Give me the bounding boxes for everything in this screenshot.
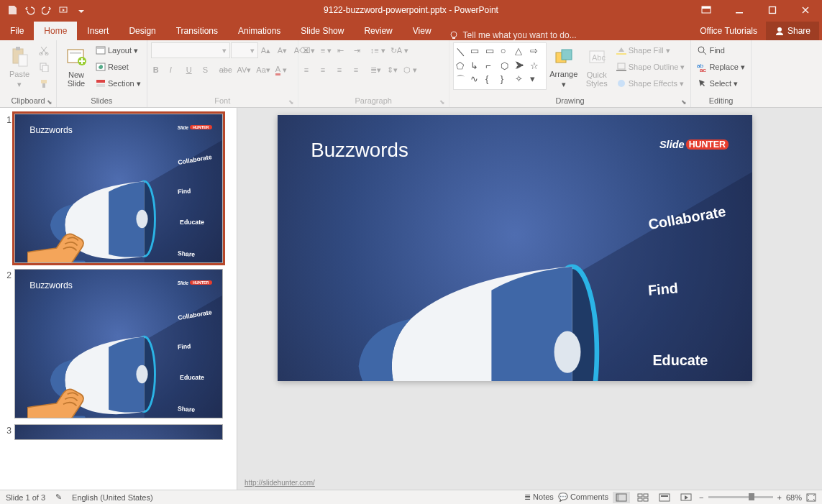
numbering-button[interactable]: ≡▾ xyxy=(319,42,334,58)
customize-qat-icon[interactable] xyxy=(73,2,89,18)
zoom-in-button[interactable]: + xyxy=(777,493,782,502)
ribbon-display-icon[interactable] xyxy=(690,0,723,20)
shadow-button[interactable]: S xyxy=(201,62,216,78)
slide-thumbnail-1[interactable]: BuzzwordsSlideHUNTERCollaborateFindEduca… xyxy=(14,114,223,263)
tab-home[interactable]: Home xyxy=(34,22,77,40)
slide-thumbnail-panel[interactable]: 1 BuzzwordsSlideHUNTERCollaborateFindEdu… xyxy=(0,108,237,490)
quick-styles-button[interactable]: Abc Quick Styles xyxy=(581,42,613,91)
align-center-button[interactable]: ≡ xyxy=(319,62,334,78)
shape-rect-icon[interactable]: ▭ xyxy=(470,45,484,59)
notes-button[interactable]: ≣ Notes xyxy=(524,492,554,502)
slide-sorter-button[interactable] xyxy=(634,492,652,503)
clipboard-launcher-icon[interactable]: ⬊ xyxy=(47,98,52,106)
copy-button[interactable] xyxy=(37,59,52,75)
shape-more-icon[interactable]: ▾ xyxy=(530,73,544,87)
replace-button[interactable]: abacReplace ▾ xyxy=(695,59,746,75)
shape-line-icon[interactable]: ＼ xyxy=(456,45,470,59)
slideshow-view-button[interactable] xyxy=(677,492,695,503)
tab-design[interactable]: Design xyxy=(119,22,165,40)
justify-button[interactable]: ≡ xyxy=(352,62,367,78)
shape-pentagon-icon[interactable]: ⬠ xyxy=(456,60,470,72)
align-text-button[interactable]: ⇕▾ xyxy=(385,62,401,78)
decrease-font-button[interactable]: A▾ xyxy=(275,42,291,58)
slide-thumbnail-3[interactable] xyxy=(14,424,223,440)
bold-button[interactable]: B xyxy=(151,62,167,78)
format-painter-button[interactable] xyxy=(37,75,52,91)
shape-rbrace-icon[interactable]: } xyxy=(501,73,514,87)
font-launcher-icon[interactable]: ⬊ xyxy=(288,98,294,106)
close-icon[interactable] xyxy=(789,0,822,20)
shapes-gallery[interactable]: ＼▭▭○△⇨ ⬠↳⌐⬡⮞☆ ⌒∿{}✧▾ xyxy=(453,42,547,90)
slide-thumbnail-2[interactable]: BuzzwordsSlideHUNTERCollaborateFindEduca… xyxy=(14,269,223,418)
arrange-button[interactable]: Arrange▾ xyxy=(548,42,580,91)
paragraph-launcher-icon[interactable]: ⬊ xyxy=(439,98,445,106)
font-size-combo[interactable]: ▾ xyxy=(231,42,258,58)
shape-hex-icon[interactable]: ⬡ xyxy=(501,60,514,72)
shape-arrow-icon[interactable]: ⇨ xyxy=(530,45,544,59)
reading-view-button[interactable] xyxy=(656,492,673,503)
slide-canvas[interactable]: BuzzwordsSlideHUNTERCollaborateFindEduca… xyxy=(278,115,752,381)
fit-to-window-button[interactable] xyxy=(806,493,816,502)
slide-editor-area[interactable]: BuzzwordsSlideHUNTERCollaborateFindEduca… xyxy=(237,108,822,490)
tell-me-search[interactable]: Tell me what you want to do... xyxy=(442,30,584,40)
italic-button[interactable]: I xyxy=(168,62,183,78)
shape-outline-button[interactable]: Shape Outline ▾ xyxy=(614,59,688,75)
text-direction-button[interactable]: ↻A▾ xyxy=(388,42,411,58)
tab-transitions[interactable]: Transitions xyxy=(166,22,228,40)
strikethrough-button[interactable]: abc xyxy=(217,62,234,78)
shape-rect2-icon[interactable]: ▭ xyxy=(485,45,499,59)
new-slide-button[interactable]: New Slide xyxy=(60,42,92,91)
shape-scribble-icon[interactable]: ∿ xyxy=(470,73,484,87)
tab-file[interactable]: File xyxy=(0,22,34,40)
shape-oval-icon[interactable]: ○ xyxy=(501,45,514,59)
zoom-slider[interactable] xyxy=(708,496,773,498)
office-tutorials-link[interactable]: Office Tutorials xyxy=(691,22,766,40)
shape-chevron-icon[interactable]: ⮞ xyxy=(515,60,529,72)
underline-button[interactable]: U xyxy=(184,62,200,78)
shape-brace-icon[interactable]: ⌐ xyxy=(485,60,499,72)
spellcheck-icon[interactable]: ✎ xyxy=(55,492,62,502)
cut-button[interactable] xyxy=(37,42,52,58)
shape-effects-button[interactable]: Shape Effects ▾ xyxy=(614,75,688,91)
drawing-launcher-icon[interactable]: ⬊ xyxy=(681,98,687,106)
section-button[interactable]: Section ▾ xyxy=(93,75,143,91)
undo-icon[interactable] xyxy=(22,2,37,18)
increase-indent-button[interactable]: ⇥ xyxy=(352,42,367,58)
shape-fill-button[interactable]: Shape Fill ▾ xyxy=(614,42,688,58)
shape-triangle-icon[interactable]: △ xyxy=(515,45,529,59)
shape-lbrace-icon[interactable]: { xyxy=(485,73,499,87)
char-spacing-button[interactable]: AV▾ xyxy=(234,62,253,78)
redo-icon[interactable] xyxy=(39,2,55,18)
comments-button[interactable]: 💬 Comments xyxy=(558,492,608,502)
tab-slideshow[interactable]: Slide Show xyxy=(291,22,354,40)
minimize-icon[interactable] xyxy=(723,0,756,20)
increase-font-button[interactable]: A▴ xyxy=(259,42,275,58)
paste-button[interactable]: Paste ▾ xyxy=(4,42,35,91)
columns-button[interactable]: ≣▾ xyxy=(368,62,384,78)
decrease-indent-button[interactable]: ⇤ xyxy=(335,42,351,58)
share-button[interactable]: Share xyxy=(766,22,819,40)
tab-animations[interactable]: Animations xyxy=(228,22,291,40)
smartart-button[interactable]: ⬡▾ xyxy=(401,62,419,78)
tab-review[interactable]: Review xyxy=(354,22,402,40)
zoom-out-button[interactable]: − xyxy=(699,493,703,502)
change-case-button[interactable]: Aa▾ xyxy=(254,62,272,78)
shape-curve-icon[interactable]: ⌒ xyxy=(456,73,470,87)
font-color-button[interactable]: A▾ xyxy=(273,62,289,78)
shape-star-icon[interactable]: ☆ xyxy=(530,60,544,72)
bullets-button[interactable]: ≡▾ xyxy=(302,42,318,58)
normal-view-button[interactable] xyxy=(613,492,630,503)
align-right-button[interactable]: ≡ xyxy=(335,62,351,78)
zoom-level[interactable]: 68% xyxy=(786,493,802,502)
tab-insert[interactable]: Insert xyxy=(77,22,119,40)
reset-button[interactable]: Reset xyxy=(93,59,143,75)
tab-view[interactable]: View xyxy=(403,22,442,40)
align-left-button[interactable]: ≡ xyxy=(302,62,318,78)
line-spacing-button[interactable]: ↕≡▾ xyxy=(368,42,388,58)
maximize-icon[interactable] xyxy=(756,0,789,20)
find-button[interactable]: Find xyxy=(695,42,746,58)
shape-connector-icon[interactable]: ↳ xyxy=(470,60,484,72)
shape-callout-icon[interactable]: ✧ xyxy=(515,73,529,87)
start-from-beginning-icon[interactable] xyxy=(56,2,72,18)
font-family-combo[interactable]: ▾ xyxy=(151,42,230,58)
